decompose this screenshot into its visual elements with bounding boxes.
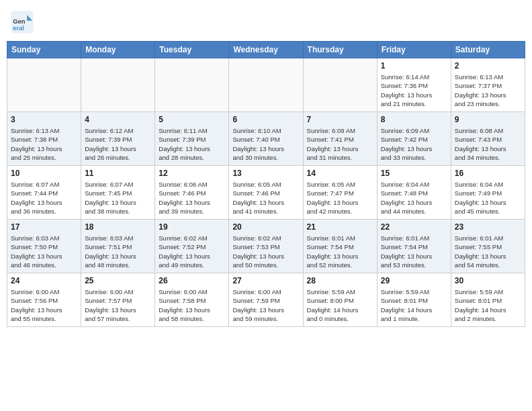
day-number: 27 <box>232 276 299 285</box>
day-number: 3 <box>11 115 77 124</box>
table-row <box>7 58 81 112</box>
day-number: 7 <box>307 115 373 124</box>
day-info: Sunrise: 6:06 AM Sunset: 7:46 PM Dayligh… <box>159 180 225 216</box>
table-row: 15Sunrise: 6:04 AM Sunset: 7:48 PM Dayli… <box>377 166 451 220</box>
table-row: 19Sunrise: 6:02 AM Sunset: 7:52 PM Dayli… <box>155 220 229 273</box>
calendar-week-1: 1Sunrise: 6:14 AM Sunset: 7:36 PM Daylig… <box>7 58 525 112</box>
calendar-week-2: 3Sunrise: 6:13 AM Sunset: 7:38 PM Daylig… <box>7 112 525 166</box>
day-number: 12 <box>159 169 225 178</box>
header-thursday: Thursday <box>303 42 377 58</box>
calendar-week-4: 17Sunrise: 6:03 AM Sunset: 7:50 PM Dayli… <box>7 220 525 273</box>
day-info: Sunrise: 6:05 AM Sunset: 7:47 PM Dayligh… <box>307 180 373 216</box>
day-info: Sunrise: 5:59 AM Sunset: 8:01 PM Dayligh… <box>455 287 521 323</box>
day-info: Sunrise: 6:04 AM Sunset: 7:49 PM Dayligh… <box>455 180 521 216</box>
table-row: 1Sunrise: 6:14 AM Sunset: 7:36 PM Daylig… <box>377 58 451 112</box>
table-row: 16Sunrise: 6:04 AM Sunset: 7:49 PM Dayli… <box>451 166 525 220</box>
table-row <box>81 58 155 112</box>
day-number: 24 <box>11 276 77 285</box>
table-row: 3Sunrise: 6:13 AM Sunset: 7:38 PM Daylig… <box>7 112 81 166</box>
table-row: 22Sunrise: 6:01 AM Sunset: 7:54 PM Dayli… <box>377 220 451 273</box>
day-info: Sunrise: 6:07 AM Sunset: 7:44 PM Dayligh… <box>11 180 77 216</box>
header-wednesday: Wednesday <box>229 42 303 58</box>
day-info: Sunrise: 6:11 AM Sunset: 7:39 PM Dayligh… <box>159 126 225 162</box>
day-number: 18 <box>85 222 151 232</box>
table-row: 20Sunrise: 6:02 AM Sunset: 7:53 PM Dayli… <box>229 220 303 273</box>
table-row: 2Sunrise: 6:13 AM Sunset: 7:37 PM Daylig… <box>451 58 525 112</box>
day-number: 10 <box>11 169 77 178</box>
day-number: 30 <box>455 276 521 285</box>
table-row: 5Sunrise: 6:11 AM Sunset: 7:39 PM Daylig… <box>155 112 229 166</box>
table-row: 12Sunrise: 6:06 AM Sunset: 7:46 PM Dayli… <box>155 166 229 220</box>
day-info: Sunrise: 6:01 AM Sunset: 7:55 PM Dayligh… <box>455 234 521 269</box>
table-row: 21Sunrise: 6:01 AM Sunset: 7:54 PM Dayli… <box>303 220 377 273</box>
calendar-week-3: 10Sunrise: 6:07 AM Sunset: 7:44 PM Dayli… <box>7 166 525 220</box>
day-number: 5 <box>159 115 225 124</box>
day-info: Sunrise: 6:00 AM Sunset: 7:59 PM Dayligh… <box>232 287 299 323</box>
table-row: 8Sunrise: 6:09 AM Sunset: 7:42 PM Daylig… <box>377 112 451 166</box>
day-number: 8 <box>381 115 447 124</box>
day-info: Sunrise: 6:03 AM Sunset: 7:50 PM Dayligh… <box>11 234 77 269</box>
table-row <box>303 58 377 112</box>
table-row: 10Sunrise: 6:07 AM Sunset: 7:44 PM Dayli… <box>7 166 81 220</box>
day-number: 28 <box>307 276 373 285</box>
day-number: 25 <box>85 276 151 285</box>
day-number: 22 <box>381 222 447 232</box>
header-monday: Monday <box>81 42 155 58</box>
table-row: 14Sunrise: 6:05 AM Sunset: 7:47 PM Dayli… <box>303 166 377 220</box>
day-number: 6 <box>232 115 299 124</box>
table-row: 7Sunrise: 6:09 AM Sunset: 7:41 PM Daylig… <box>303 112 377 166</box>
table-row: 25Sunrise: 6:00 AM Sunset: 7:57 PM Dayli… <box>81 273 155 327</box>
header-friday: Friday <box>377 42 451 58</box>
table-row: 18Sunrise: 6:03 AM Sunset: 7:51 PM Dayli… <box>81 220 155 273</box>
table-row: 13Sunrise: 6:05 AM Sunset: 7:46 PM Dayli… <box>229 166 303 220</box>
table-row: 9Sunrise: 6:08 AM Sunset: 7:43 PM Daylig… <box>451 112 525 166</box>
day-number: 19 <box>159 222 225 232</box>
table-row: 23Sunrise: 6:01 AM Sunset: 7:55 PM Dayli… <box>451 220 525 273</box>
day-info: Sunrise: 6:02 AM Sunset: 7:52 PM Dayligh… <box>159 234 225 269</box>
day-number: 21 <box>307 222 373 232</box>
day-number: 11 <box>85 169 151 178</box>
table-row: 11Sunrise: 6:07 AM Sunset: 7:45 PM Dayli… <box>81 166 155 220</box>
svg-text:Gen: Gen <box>13 18 25 25</box>
day-info: Sunrise: 6:03 AM Sunset: 7:51 PM Dayligh… <box>85 234 151 269</box>
table-row: 29Sunrise: 5:59 AM Sunset: 8:01 PM Dayli… <box>377 273 451 327</box>
table-row: 28Sunrise: 5:59 AM Sunset: 8:00 PM Dayli… <box>303 273 377 327</box>
day-info: Sunrise: 6:00 AM Sunset: 7:56 PM Dayligh… <box>11 287 77 323</box>
day-info: Sunrise: 6:09 AM Sunset: 7:42 PM Dayligh… <box>381 126 447 162</box>
table-row <box>229 58 303 112</box>
svg-text:eral: eral <box>13 25 24 32</box>
day-info: Sunrise: 6:05 AM Sunset: 7:46 PM Dayligh… <box>232 180 299 216</box>
table-row <box>155 58 229 112</box>
table-row: 24Sunrise: 6:00 AM Sunset: 7:56 PM Dayli… <box>7 273 81 327</box>
day-number: 23 <box>455 222 521 232</box>
day-number: 29 <box>381 276 447 285</box>
logo: Gen eral <box>10 10 36 34</box>
calendar-header-row: SundayMondayTuesdayWednesdayThursdayFrid… <box>7 42 525 58</box>
day-number: 13 <box>232 169 299 178</box>
page-header: Gen eral <box>7 7 525 34</box>
day-number: 16 <box>455 169 521 178</box>
day-info: Sunrise: 6:13 AM Sunset: 7:37 PM Dayligh… <box>455 73 521 108</box>
day-number: 9 <box>455 115 521 124</box>
day-number: 26 <box>159 276 225 285</box>
day-info: Sunrise: 6:14 AM Sunset: 7:36 PM Dayligh… <box>381 73 447 108</box>
header-sunday: Sunday <box>7 42 81 58</box>
calendar-week-5: 24Sunrise: 6:00 AM Sunset: 7:56 PM Dayli… <box>7 273 525 327</box>
table-row: 26Sunrise: 6:00 AM Sunset: 7:58 PM Dayli… <box>155 273 229 327</box>
day-number: 4 <box>85 115 151 124</box>
day-number: 17 <box>11 222 77 232</box>
calendar-table: SundayMondayTuesdayWednesdayThursdayFrid… <box>7 41 525 327</box>
day-info: Sunrise: 6:02 AM Sunset: 7:53 PM Dayligh… <box>232 234 299 269</box>
table-row: 30Sunrise: 5:59 AM Sunset: 8:01 PM Dayli… <box>451 273 525 327</box>
table-row: 4Sunrise: 6:12 AM Sunset: 7:39 PM Daylig… <box>81 112 155 166</box>
day-number: 14 <box>307 169 373 178</box>
day-info: Sunrise: 6:08 AM Sunset: 7:43 PM Dayligh… <box>455 126 521 162</box>
day-info: Sunrise: 6:04 AM Sunset: 7:48 PM Dayligh… <box>381 180 447 216</box>
day-info: Sunrise: 6:13 AM Sunset: 7:38 PM Dayligh… <box>11 126 77 162</box>
day-info: Sunrise: 6:01 AM Sunset: 7:54 PM Dayligh… <box>381 234 447 269</box>
header-tuesday: Tuesday <box>155 42 229 58</box>
day-info: Sunrise: 5:59 AM Sunset: 8:00 PM Dayligh… <box>307 287 373 323</box>
day-info: Sunrise: 6:00 AM Sunset: 7:57 PM Dayligh… <box>85 287 151 323</box>
day-number: 2 <box>455 61 521 71</box>
day-number: 15 <box>381 169 447 178</box>
